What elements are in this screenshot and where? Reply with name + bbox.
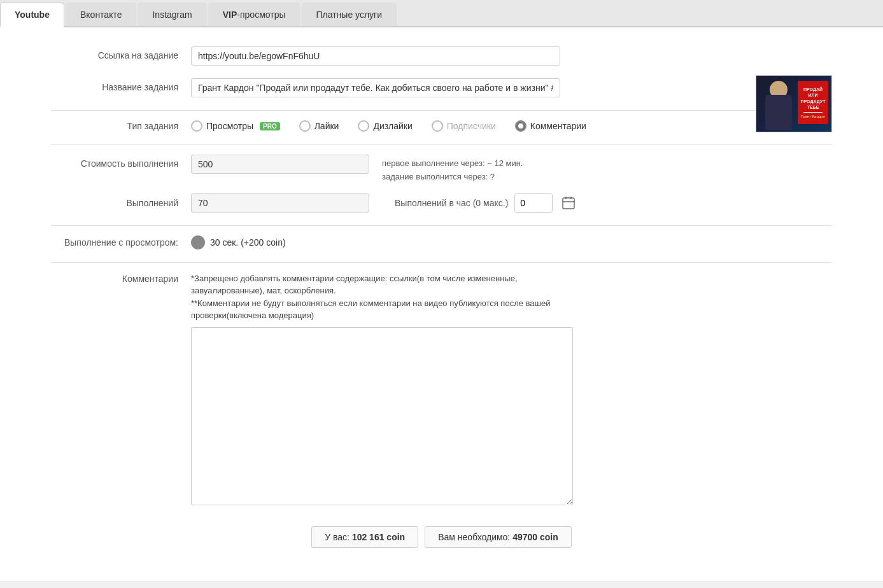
thumb-author: Грант Кардон bbox=[801, 115, 825, 118]
notice-text-2: **Комментарии не будут выполняться если … bbox=[191, 298, 550, 321]
calendar-icon[interactable] bbox=[559, 193, 578, 213]
balance-label: У вас: bbox=[325, 532, 350, 542]
watch-label: Выполнение с просмотром: bbox=[51, 237, 191, 248]
tab-youtube-label: Youtube bbox=[15, 10, 50, 20]
comments-textarea[interactable] bbox=[191, 327, 573, 505]
radio-circle-likes bbox=[299, 120, 311, 132]
watch-text: 30 сек. (+200 coin) bbox=[210, 237, 286, 248]
tab-vkontakte[interactable]: Вконтакте bbox=[66, 3, 137, 26]
radio-views[interactable]: Просмотры PRO bbox=[191, 120, 280, 132]
tabs-bar: Youtube Вконтакте Instagram VIP-просмотр… bbox=[0, 0, 883, 27]
radio-dislikes[interactable]: Дизлайки bbox=[358, 120, 412, 132]
task-exec-text: задание выполнится через: ? bbox=[382, 171, 523, 184]
video-thumbnail: ПРОДАЙ ИЛИ ПРОДАДУТ ТЕБЕ Грант Кардон bbox=[756, 75, 832, 132]
tab-vip[interactable]: VIP-просмотры bbox=[208, 3, 300, 26]
tab-paid-label: Платные услуги bbox=[316, 10, 383, 20]
badge-pro: PRO bbox=[260, 122, 280, 130]
per-hour-label: Выполнений в час (0 макс.) bbox=[395, 198, 508, 208]
watch-option[interactable]: 30 сек. (+200 coin) bbox=[191, 235, 286, 249]
radio-subscribers[interactable]: Подписчики bbox=[432, 120, 496, 132]
tab-instagram[interactable]: Instagram bbox=[138, 3, 206, 26]
balance-amount: 102 161 coin bbox=[352, 532, 405, 542]
comments-notice-1: *Запрещено добавлять комментарии содержа… bbox=[191, 272, 573, 322]
cost-label: Стоимость выполнения bbox=[51, 155, 191, 169]
needed-amount: 49700 coin bbox=[512, 532, 558, 542]
comments-content: *Запрещено добавлять комментарии содержа… bbox=[191, 272, 832, 507]
title-control bbox=[191, 78, 832, 97]
tab-paid[interactable]: Платные услуги bbox=[302, 3, 397, 26]
per-hour-input[interactable] bbox=[514, 193, 553, 213]
cost-input-wrapper bbox=[191, 155, 369, 174]
radio-likes[interactable]: Лайки bbox=[299, 120, 339, 132]
radio-comments[interactable]: Комментарии bbox=[515, 120, 586, 132]
thumb-book: ПРОДАЙ ИЛИ ПРОДАДУТ ТЕБЕ Грант Кардон bbox=[798, 81, 828, 124]
radio-label-views: Просмотры bbox=[206, 121, 253, 131]
title-input[interactable] bbox=[191, 78, 560, 97]
task-type-options: Просмотры PRO Лайки Дизлайки Подписчики bbox=[191, 120, 586, 132]
toggle-circle[interactable] bbox=[191, 235, 205, 249]
task-type-label: Тип задания bbox=[51, 121, 191, 131]
radio-circle-subscribers bbox=[432, 120, 443, 132]
watch-row: Выполнение с просмотром: 30 сек. (+200 c… bbox=[51, 235, 832, 249]
tab-vip-suffix: -просмотры bbox=[237, 10, 285, 20]
exec-per-hour: Выполнений в час (0 макс.) bbox=[395, 193, 578, 213]
bottom-bar: У вас: 102 161 coin Вам необходимо: 4970… bbox=[51, 520, 832, 554]
link-row: Ссылка на задание bbox=[51, 46, 832, 66]
comments-label: Комментарии bbox=[51, 272, 191, 284]
tab-vkontakte-label: Вконтакте bbox=[80, 10, 122, 20]
link-label: Ссылка на задание bbox=[51, 46, 191, 60]
notice-text-1: *Запрещено добавлять комментарии содержа… bbox=[191, 274, 518, 296]
radio-circle-views bbox=[191, 120, 202, 132]
divider-1 bbox=[51, 110, 832, 111]
tab-vip-prefix: VIP bbox=[223, 10, 237, 20]
thumbnail-inner: ПРОДАЙ ИЛИ ПРОДАДУТ ТЕБЕ Грант Кардон bbox=[756, 76, 831, 132]
divider-4 bbox=[51, 262, 832, 263]
divider-2 bbox=[51, 144, 832, 145]
radio-circle-dislikes bbox=[358, 120, 369, 132]
exec-row: Выполнений Выполнений в час (0 макс.) bbox=[51, 193, 832, 213]
radio-circle-comments bbox=[515, 120, 526, 132]
cost-input[interactable] bbox=[191, 155, 369, 174]
divider-3 bbox=[51, 225, 832, 226]
thumb-book-text: ПРОДАЙ ИЛИ ПРОДАДУТ ТЕБЕ bbox=[800, 87, 826, 109]
radio-label-likes: Лайки bbox=[314, 121, 339, 131]
radio-label-dislikes: Дизлайки bbox=[373, 121, 412, 131]
tab-instagram-label: Instagram bbox=[152, 10, 192, 20]
cost-row: Стоимость выполнения первое выполнение ч… bbox=[51, 155, 832, 184]
main-content: ПРОДАЙ ИЛИ ПРОДАДУТ ТЕБЕ Грант Кардон Сс… bbox=[0, 27, 883, 581]
title-row: Название задания bbox=[51, 78, 832, 97]
exec-input[interactable] bbox=[191, 193, 369, 213]
link-input[interactable] bbox=[191, 46, 560, 66]
needed-box: Вам необходимо: 49700 coin bbox=[425, 526, 572, 548]
title-label: Название задания bbox=[51, 78, 191, 92]
cost-info: первое выполнение через: ~ 12 мин. задан… bbox=[382, 155, 523, 184]
tab-youtube[interactable]: Youtube bbox=[0, 3, 64, 27]
thumb-divider bbox=[803, 112, 823, 113]
exec-label: Выполнений bbox=[51, 198, 191, 208]
first-exec-text: первое выполнение через: ~ 12 мин. bbox=[382, 157, 523, 171]
task-type-row: Тип задания Просмотры PRO Лайки Дизлайки… bbox=[51, 120, 832, 132]
radio-label-subscribers: Подписчики bbox=[447, 121, 496, 131]
needed-label: Вам необходимо: bbox=[438, 532, 510, 542]
radio-label-comments: Комментарии bbox=[530, 121, 586, 131]
thumb-person bbox=[763, 81, 795, 132]
comments-row: Комментарии *Запрещено добавлять коммент… bbox=[51, 272, 832, 507]
svg-rect-0 bbox=[563, 198, 574, 209]
balance-box: У вас: 102 161 coin bbox=[311, 526, 418, 548]
link-control bbox=[191, 46, 832, 66]
